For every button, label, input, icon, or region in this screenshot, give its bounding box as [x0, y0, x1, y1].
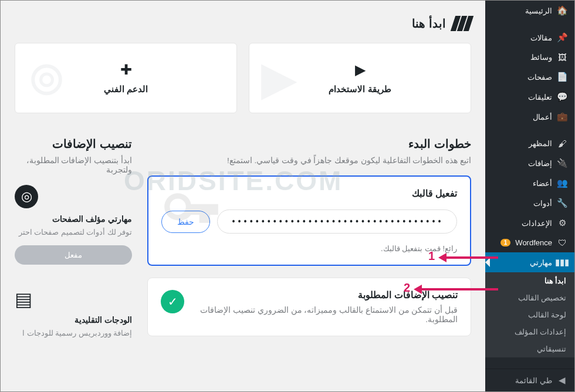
sidebar-sub-customize[interactable]: تخصيص القالب — [485, 289, 574, 306]
sidebar-item-media[interactable]: 🖼وسائط — [485, 48, 574, 67]
sidebar-sub-start-here[interactable]: ابدأ هنا — [485, 272, 574, 289]
brush-icon: 🖌 — [557, 138, 567, 148]
sidebar-item-maharti[interactable]: ▮▮▮مهارتي — [485, 252, 574, 272]
logo-stripes-icon — [453, 16, 471, 31]
card-usage[interactable]: ▶ ▶ طريقة الاستخدام — [249, 43, 471, 113]
sidebar-label: صفحات — [527, 73, 552, 82]
card-support-label: الدعم الفني — [104, 84, 148, 94]
sidebar-item-plugins[interactable]: 🔌إضافات — [485, 153, 574, 173]
shield-icon: 🛡 — [557, 238, 567, 248]
chevron-left-circle-icon: ◀ — [557, 375, 567, 386]
plugins-panel-desc: ابدأ بتنصيب الإضافات المطلوبة، ولتجربة — [15, 156, 132, 174]
sidebar-label: الرئيسية — [525, 6, 552, 15]
sidebar-sub-panel[interactable]: لوحة القالب — [485, 306, 574, 323]
sidebar-collapse[interactable]: ◀طي القائمة — [485, 369, 574, 391]
step-activate-theme: تفعيل قالبك حفظ رائع! قمت بتفعيل قالبك. — [147, 175, 471, 266]
plugin-name: مهارتي مؤلف الصفحات — [15, 214, 132, 224]
page-title: ابدأ هنا — [412, 16, 446, 31]
widgets-icon: ▤ — [15, 288, 132, 310]
media-icon: 🖼 — [557, 52, 567, 62]
widget-name: الودجات التقليدية — [15, 315, 132, 325]
sidebar-item-comments[interactable]: 💬تعليقات — [485, 87, 574, 107]
steps-subtitle: اتبع هذه الخطوات التفاعلية ليكون موقعك ج… — [147, 156, 471, 165]
sidebar-item-settings[interactable]: ⚙الإعدادات — [485, 213, 574, 233]
main-content: ابدأ هنا ▶ ▶ طريقة الاستخدام ⊚ ✚ الدعم ا… — [1, 1, 485, 391]
sidebar-label: المظهر — [529, 139, 552, 148]
wordfence-badge: 1 — [500, 239, 511, 246]
sidebar-item-wordfence[interactable]: 🛡Wordfence1 — [485, 233, 574, 252]
sidebar-sub-author[interactable]: إعدادات المؤلف — [485, 323, 574, 340]
sidebar-item-pages[interactable]: 📄صفحات — [485, 67, 574, 87]
plug-icon: 🔌 — [557, 158, 567, 168]
sidebar-submenu: ابدأ هنا تخصيص القالب لوحة القالب إعدادا… — [485, 272, 574, 357]
sidebar-item-appearance[interactable]: 🖌المظهر — [485, 134, 574, 153]
plugin-card: ◎ مهارتي مؤلف الصفحات توفر لك أدوات لتصم… — [15, 185, 132, 265]
steps-title: خطوات البدء — [147, 137, 471, 151]
users-icon: 👥 — [557, 178, 567, 188]
sidebar-label: الإعدادات — [522, 219, 552, 228]
file-play-icon: ▶ — [355, 62, 366, 78]
wrench-icon: 🔧 — [557, 198, 567, 208]
sliders-icon: ⚙ — [557, 218, 567, 228]
stripes-icon: ▮▮▮ — [557, 257, 567, 268]
page-heading: ابدأ هنا — [15, 16, 471, 31]
save-license-button[interactable]: حفظ — [161, 211, 210, 233]
step-activate-success: رائع! قمت بتفعيل قالبك. — [161, 244, 457, 253]
sidebar-label: وسائط — [530, 53, 552, 62]
gauge-icon: 🏠 — [557, 5, 567, 16]
card-support[interactable]: ⊚ ✚ الدعم الفني — [15, 43, 237, 113]
widget-desc: إضافة ووردبريس رسمية للودجات ا — [15, 328, 132, 339]
sidebar-label: Wordfence — [515, 238, 552, 247]
plugin-active-button[interactable]: مفعل — [15, 245, 132, 265]
page-icon: 📄 — [557, 72, 567, 82]
sidebar-label: أعضاء — [533, 179, 552, 188]
plugin-logo-icon: ◎ — [15, 185, 38, 208]
sidebar-item-tools[interactable]: 🔧أدوات — [485, 193, 574, 213]
sidebar-label: تعليقات — [528, 93, 552, 102]
step-required-plugins: تنصيب الإضافات المطلوبة قبل أن تتمكن من … — [147, 278, 471, 336]
license-key-input[interactable] — [217, 209, 457, 234]
lifebuoy-icon: ✚ — [120, 62, 132, 78]
sidebar-item-works[interactable]: 💼أعمال — [485, 107, 574, 127]
plugin-desc: توفر لك أدوات لتصميم صفحات احتر — [15, 227, 132, 238]
sidebar-item-users[interactable]: 👥أعضاء — [485, 173, 574, 193]
card-usage-label: طريقة الاستخدام — [329, 84, 391, 94]
plugins-aside: تنصيب الإضافات ابدأ بتنصيب الإضافات المط… — [15, 137, 132, 346]
comment-icon: 💬 — [557, 92, 567, 102]
sidebar-label: إضافات — [528, 159, 552, 168]
sidebar-label: مقالات — [530, 33, 552, 42]
play-ghost-icon: ▶ — [261, 51, 297, 106]
pin-icon: 📌 — [557, 32, 567, 43]
sidebar-sub-formats[interactable]: تنسيقاتي — [485, 340, 574, 357]
sidebar-item-posts[interactable]: 📌مقالات — [485, 28, 574, 48]
sidebar-label: مهارتي — [530, 258, 552, 267]
admin-sidebar: 🏠الرئيسية 📌مقالات 🖼وسائط 📄صفحات 💬تعليقات… — [485, 1, 574, 391]
sidebar-item-dashboard[interactable]: 🏠الرئيسية — [485, 1, 574, 21]
check-circle-icon: ✓ — [161, 290, 184, 313]
step-activate-title: تفعيل قالبك — [161, 188, 457, 199]
lifebuoy-ghost-icon: ⊚ — [27, 51, 66, 106]
plugins-panel-title: تنصيب الإضافات — [15, 137, 132, 151]
briefcase-icon: 💼 — [557, 111, 567, 122]
step-plugins-title: تنصيب الإضافات المطلوبة — [195, 290, 458, 300]
collapse-label: طي القائمة — [515, 376, 552, 385]
sidebar-label: أعمال — [533, 113, 552, 121]
step-plugins-desc: قبل أن تتمكن من الاستمتاع بالقالب ومميزا… — [195, 305, 458, 324]
widget-card: ▤ الودجات التقليدية إضافة ووردبريس رسمية… — [15, 288, 132, 339]
sidebar-label: أدوات — [533, 199, 552, 208]
